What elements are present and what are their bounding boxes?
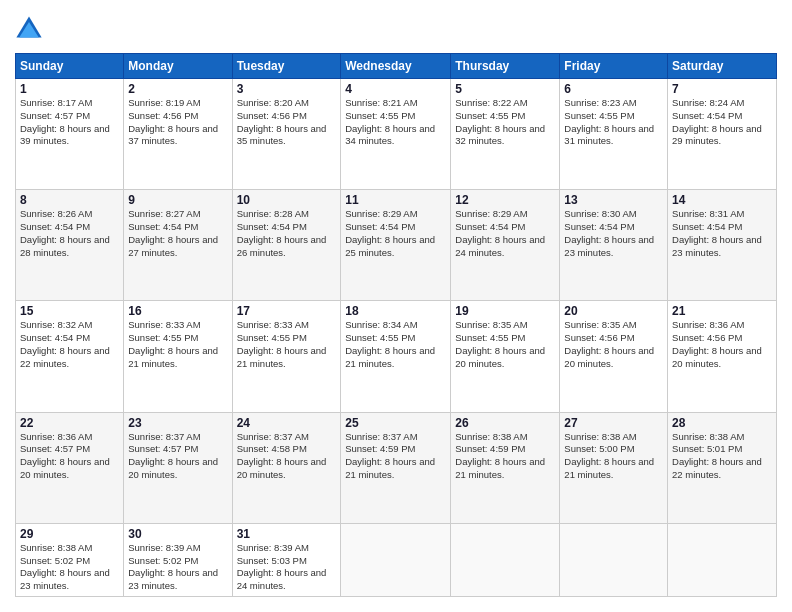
- calendar-cell: 17 Sunrise: 8:33 AM Sunset: 4:55 PM Dayl…: [232, 301, 341, 412]
- day-number: 8: [20, 193, 119, 207]
- day-info: Sunrise: 8:28 AM Sunset: 4:54 PM Dayligh…: [237, 208, 337, 259]
- calendar-cell: [341, 523, 451, 596]
- day-number: 29: [20, 527, 119, 541]
- logo: [15, 15, 47, 43]
- calendar-cell: 4 Sunrise: 8:21 AM Sunset: 4:55 PM Dayli…: [341, 79, 451, 190]
- day-info: Sunrise: 8:33 AM Sunset: 4:55 PM Dayligh…: [237, 319, 337, 370]
- calendar-cell: 12 Sunrise: 8:29 AM Sunset: 4:54 PM Dayl…: [451, 190, 560, 301]
- day-info: Sunrise: 8:29 AM Sunset: 4:54 PM Dayligh…: [455, 208, 555, 259]
- day-info: Sunrise: 8:39 AM Sunset: 5:02 PM Dayligh…: [128, 542, 227, 593]
- calendar-cell: 6 Sunrise: 8:23 AM Sunset: 4:55 PM Dayli…: [560, 79, 668, 190]
- day-info: Sunrise: 8:37 AM Sunset: 4:59 PM Dayligh…: [345, 431, 446, 482]
- day-info: Sunrise: 8:19 AM Sunset: 4:56 PM Dayligh…: [128, 97, 227, 148]
- day-info: Sunrise: 8:36 AM Sunset: 4:56 PM Dayligh…: [672, 319, 772, 370]
- day-number: 16: [128, 304, 227, 318]
- day-number: 11: [345, 193, 446, 207]
- day-info: Sunrise: 8:35 AM Sunset: 4:55 PM Dayligh…: [455, 319, 555, 370]
- day-number: 10: [237, 193, 337, 207]
- week-row-1: 1 Sunrise: 8:17 AM Sunset: 4:57 PM Dayli…: [16, 79, 777, 190]
- day-info: Sunrise: 8:38 AM Sunset: 4:59 PM Dayligh…: [455, 431, 555, 482]
- day-number: 17: [237, 304, 337, 318]
- calendar-cell: 13 Sunrise: 8:30 AM Sunset: 4:54 PM Dayl…: [560, 190, 668, 301]
- day-number: 27: [564, 416, 663, 430]
- weekday-header-saturday: Saturday: [668, 54, 777, 79]
- calendar-cell: 9 Sunrise: 8:27 AM Sunset: 4:54 PM Dayli…: [124, 190, 232, 301]
- day-info: Sunrise: 8:31 AM Sunset: 4:54 PM Dayligh…: [672, 208, 772, 259]
- week-row-2: 8 Sunrise: 8:26 AM Sunset: 4:54 PM Dayli…: [16, 190, 777, 301]
- day-number: 30: [128, 527, 227, 541]
- day-number: 18: [345, 304, 446, 318]
- calendar-cell: 22 Sunrise: 8:36 AM Sunset: 4:57 PM Dayl…: [16, 412, 124, 523]
- day-number: 3: [237, 82, 337, 96]
- calendar-cell: 27 Sunrise: 8:38 AM Sunset: 5:00 PM Dayl…: [560, 412, 668, 523]
- week-row-3: 15 Sunrise: 8:32 AM Sunset: 4:54 PM Dayl…: [16, 301, 777, 412]
- day-number: 19: [455, 304, 555, 318]
- day-number: 28: [672, 416, 772, 430]
- day-number: 20: [564, 304, 663, 318]
- calendar-cell: [560, 523, 668, 596]
- calendar-cell: 24 Sunrise: 8:37 AM Sunset: 4:58 PM Dayl…: [232, 412, 341, 523]
- day-number: 1: [20, 82, 119, 96]
- day-number: 9: [128, 193, 227, 207]
- calendar-cell: 1 Sunrise: 8:17 AM Sunset: 4:57 PM Dayli…: [16, 79, 124, 190]
- weekday-header-monday: Monday: [124, 54, 232, 79]
- weekday-header-tuesday: Tuesday: [232, 54, 341, 79]
- calendar-cell: 25 Sunrise: 8:37 AM Sunset: 4:59 PM Dayl…: [341, 412, 451, 523]
- day-info: Sunrise: 8:23 AM Sunset: 4:55 PM Dayligh…: [564, 97, 663, 148]
- day-info: Sunrise: 8:35 AM Sunset: 4:56 PM Dayligh…: [564, 319, 663, 370]
- day-info: Sunrise: 8:17 AM Sunset: 4:57 PM Dayligh…: [20, 97, 119, 148]
- calendar-cell: 15 Sunrise: 8:32 AM Sunset: 4:54 PM Dayl…: [16, 301, 124, 412]
- weekday-header-friday: Friday: [560, 54, 668, 79]
- day-number: 7: [672, 82, 772, 96]
- day-info: Sunrise: 8:38 AM Sunset: 5:01 PM Dayligh…: [672, 431, 772, 482]
- logo-icon: [15, 15, 43, 43]
- calendar-cell: 8 Sunrise: 8:26 AM Sunset: 4:54 PM Dayli…: [16, 190, 124, 301]
- day-info: Sunrise: 8:38 AM Sunset: 5:00 PM Dayligh…: [564, 431, 663, 482]
- day-number: 14: [672, 193, 772, 207]
- calendar-cell: 30 Sunrise: 8:39 AM Sunset: 5:02 PM Dayl…: [124, 523, 232, 596]
- header: [15, 15, 777, 43]
- day-number: 21: [672, 304, 772, 318]
- week-row-4: 22 Sunrise: 8:36 AM Sunset: 4:57 PM Dayl…: [16, 412, 777, 523]
- day-number: 5: [455, 82, 555, 96]
- day-number: 23: [128, 416, 227, 430]
- day-info: Sunrise: 8:20 AM Sunset: 4:56 PM Dayligh…: [237, 97, 337, 148]
- weekday-header-sunday: Sunday: [16, 54, 124, 79]
- day-number: 22: [20, 416, 119, 430]
- calendar-cell: 28 Sunrise: 8:38 AM Sunset: 5:01 PM Dayl…: [668, 412, 777, 523]
- calendar-cell: 19 Sunrise: 8:35 AM Sunset: 4:55 PM Dayl…: [451, 301, 560, 412]
- day-number: 15: [20, 304, 119, 318]
- calendar-cell: 31 Sunrise: 8:39 AM Sunset: 5:03 PM Dayl…: [232, 523, 341, 596]
- weekday-header-thursday: Thursday: [451, 54, 560, 79]
- day-info: Sunrise: 8:32 AM Sunset: 4:54 PM Dayligh…: [20, 319, 119, 370]
- day-number: 12: [455, 193, 555, 207]
- calendar-table: SundayMondayTuesdayWednesdayThursdayFrid…: [15, 53, 777, 597]
- day-info: Sunrise: 8:37 AM Sunset: 4:57 PM Dayligh…: [128, 431, 227, 482]
- calendar-cell: [451, 523, 560, 596]
- day-info: Sunrise: 8:26 AM Sunset: 4:54 PM Dayligh…: [20, 208, 119, 259]
- weekday-header-wednesday: Wednesday: [341, 54, 451, 79]
- calendar-cell: 18 Sunrise: 8:34 AM Sunset: 4:55 PM Dayl…: [341, 301, 451, 412]
- calendar-cell: 16 Sunrise: 8:33 AM Sunset: 4:55 PM Dayl…: [124, 301, 232, 412]
- day-number: 2: [128, 82, 227, 96]
- day-number: 24: [237, 416, 337, 430]
- calendar-cell: 20 Sunrise: 8:35 AM Sunset: 4:56 PM Dayl…: [560, 301, 668, 412]
- day-info: Sunrise: 8:36 AM Sunset: 4:57 PM Dayligh…: [20, 431, 119, 482]
- calendar-cell: 11 Sunrise: 8:29 AM Sunset: 4:54 PM Dayl…: [341, 190, 451, 301]
- day-info: Sunrise: 8:30 AM Sunset: 4:54 PM Dayligh…: [564, 208, 663, 259]
- weekday-header-row: SundayMondayTuesdayWednesdayThursdayFrid…: [16, 54, 777, 79]
- calendar-cell: 23 Sunrise: 8:37 AM Sunset: 4:57 PM Dayl…: [124, 412, 232, 523]
- calendar-cell: 10 Sunrise: 8:28 AM Sunset: 4:54 PM Dayl…: [232, 190, 341, 301]
- day-info: Sunrise: 8:33 AM Sunset: 4:55 PM Dayligh…: [128, 319, 227, 370]
- calendar-cell: 21 Sunrise: 8:36 AM Sunset: 4:56 PM Dayl…: [668, 301, 777, 412]
- calendar-cell: 5 Sunrise: 8:22 AM Sunset: 4:55 PM Dayli…: [451, 79, 560, 190]
- day-info: Sunrise: 8:24 AM Sunset: 4:54 PM Dayligh…: [672, 97, 772, 148]
- calendar-cell: 7 Sunrise: 8:24 AM Sunset: 4:54 PM Dayli…: [668, 79, 777, 190]
- page: SundayMondayTuesdayWednesdayThursdayFrid…: [0, 0, 792, 612]
- calendar-cell: 14 Sunrise: 8:31 AM Sunset: 4:54 PM Dayl…: [668, 190, 777, 301]
- calendar-cell: 26 Sunrise: 8:38 AM Sunset: 4:59 PM Dayl…: [451, 412, 560, 523]
- calendar-cell: [668, 523, 777, 596]
- day-info: Sunrise: 8:22 AM Sunset: 4:55 PM Dayligh…: [455, 97, 555, 148]
- calendar-cell: 3 Sunrise: 8:20 AM Sunset: 4:56 PM Dayli…: [232, 79, 341, 190]
- day-info: Sunrise: 8:38 AM Sunset: 5:02 PM Dayligh…: [20, 542, 119, 593]
